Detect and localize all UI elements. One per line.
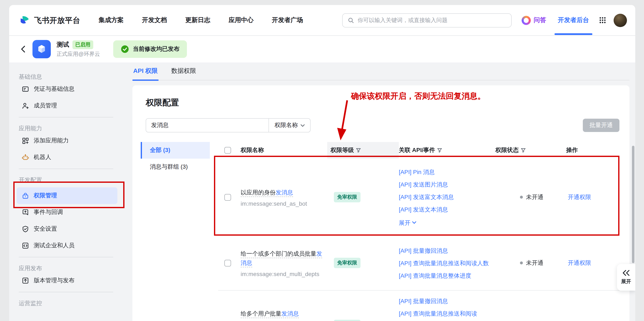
nav-item-solutions[interactable]: 集成方案 xyxy=(99,16,124,24)
page: 飞书开放平台 集成方案 开发文档 更新日志 应用中心 开发者广场 xyxy=(0,0,644,321)
publish-status-banner: 当前修改均已发布 xyxy=(113,40,187,58)
code-brackets-icon xyxy=(22,242,29,250)
col-header-name: 权限名称 xyxy=(237,142,327,159)
permission-name[interactable]: 以应用的身份发消息 xyxy=(240,188,323,197)
check-circle-icon xyxy=(121,45,129,53)
permission-name[interactable]: 给一个或多个部门的成员批量发消息 xyxy=(240,249,323,267)
annotation-text: 确保该权限开启，否则无法回复消息。 xyxy=(351,91,486,102)
api-link[interactable]: [API] 发送富文本消息 xyxy=(399,190,496,203)
id-card-icon xyxy=(22,85,29,93)
blocks-plus-icon xyxy=(22,137,29,144)
permission-search-input[interactable] xyxy=(146,119,268,132)
sidebar-item-permissions[interactable]: 权限管理 xyxy=(17,187,118,204)
expand-apis-link[interactable]: 展开 xyxy=(399,216,496,229)
app-header: 测试 已启用 正式应用@环界云 当前修改均已发布 xyxy=(9,36,635,62)
user-avatar[interactable] xyxy=(614,14,627,27)
table-row: 给多个用户批量发消息 免审权限 [API] 批量撤回消息 [API] 查询批量消… xyxy=(218,290,620,321)
status-text: 未开通 xyxy=(526,194,544,201)
permission-level-badge: 免审权限 xyxy=(334,258,360,268)
shield-check-icon xyxy=(22,225,29,233)
nav-item-docs[interactable]: 开发文档 xyxy=(142,16,167,24)
tab-api-permission[interactable]: API 权限 xyxy=(132,67,158,80)
filter-icon[interactable] xyxy=(437,148,442,153)
search-input[interactable] xyxy=(358,17,506,23)
search-type-value: 权限名称 xyxy=(274,122,298,129)
brand-name: 飞书开放平台 xyxy=(34,15,80,25)
category-list: 全部 (3) 消息与群组 (3) xyxy=(141,142,210,321)
sidebar-item-credentials[interactable]: 凭证与基础信息 xyxy=(17,81,118,98)
col-header-status: 权限状态 xyxy=(496,142,566,159)
global-search[interactable] xyxy=(342,13,512,27)
tab-data-permission[interactable]: 数据权限 xyxy=(170,67,197,80)
status-dot xyxy=(520,196,523,198)
permission-card: 权限配置 确保该权限开启，否则无法回复消息。 权限名称 xyxy=(132,85,630,321)
category-all[interactable]: 全部 (3) xyxy=(141,142,210,159)
col-header-action: 操作 xyxy=(566,142,620,159)
sidebar-item-label: 安全设置 xyxy=(34,225,57,233)
sidebar-divider xyxy=(19,292,113,292)
sidebar-item-events[interactable]: 事件与回调 xyxy=(17,204,118,221)
sidebar-item-add-capability[interactable]: 添加应用能力 xyxy=(17,132,118,149)
api-link[interactable]: [API] 批量撤回消息 xyxy=(399,244,496,257)
filter-icon[interactable] xyxy=(356,148,361,153)
sidebar-divider xyxy=(19,257,113,257)
top-navbar: 飞书开放平台 集成方案 开发文档 更新日志 应用中心 开发者广场 xyxy=(9,5,635,36)
enable-permission-link[interactable]: 开通权限 xyxy=(568,259,620,267)
permission-name[interactable]: 给多个用户批量发消息 xyxy=(240,309,323,318)
row-checkbox[interactable] xyxy=(224,194,231,200)
api-link[interactable]: [API] 查询批量消息推送和阅读 xyxy=(399,307,496,320)
api-link[interactable]: [API] 批量撤回消息 xyxy=(399,295,496,307)
brand[interactable]: 飞书开放平台 xyxy=(19,14,80,26)
publish-status-text: 当前修改均已发布 xyxy=(133,46,180,53)
sidebar-item-label: 成员管理 xyxy=(34,102,57,110)
permission-table: 权限名称 权限等级 关联 API/事件 xyxy=(218,142,620,321)
app-subtitle: 正式应用@环界云 xyxy=(56,50,100,58)
sidebar-divider xyxy=(19,168,113,169)
nav-item-developer-console[interactable]: 开发者后台 xyxy=(557,6,590,35)
enable-permission-link[interactable]: 开通权限 xyxy=(568,194,620,201)
app-meta: 测试 已启用 正式应用@环界云 xyxy=(56,40,100,58)
sidebar-item-members[interactable]: 成员管理 xyxy=(17,98,118,114)
scrollbar-thumb[interactable] xyxy=(632,146,634,263)
nav-item-changelog[interactable]: 更新日志 xyxy=(185,16,210,24)
table-row: 给一个或多个部门的成员批量发消息 im:message:send_multi_d… xyxy=(218,236,620,290)
double-chevron-left-icon xyxy=(622,270,630,276)
back-icon[interactable] xyxy=(20,46,27,53)
qa-link[interactable]: 问答 xyxy=(522,16,546,25)
sidebar-item-version-release[interactable]: 版本管理与发布 xyxy=(17,272,118,289)
api-link[interactable]: [API] 查询批量消息整体进度 xyxy=(399,269,496,282)
nav-item-app-center[interactable]: 应用中心 xyxy=(228,16,254,24)
permission-level-badge: 免审权限 xyxy=(334,320,360,321)
search-type-dropdown[interactable]: 权限名称 xyxy=(268,119,310,132)
select-all-checkbox[interactable] xyxy=(224,147,231,154)
qa-label: 问答 xyxy=(534,16,546,24)
status-text: 未开通 xyxy=(526,259,544,267)
col-header-level: 权限等级 xyxy=(327,142,399,159)
status-dot xyxy=(520,262,523,264)
search-icon xyxy=(348,17,354,24)
row-checkbox[interactable] xyxy=(224,260,231,266)
col-header-api: 关联 API/事件 xyxy=(399,142,496,159)
api-link[interactable]: [API] 发送文本消息 xyxy=(399,203,496,216)
api-link[interactable]: [API] 查询批量消息推送和阅读人数 xyxy=(399,257,496,269)
sidebar-item-security[interactable]: 安全设置 xyxy=(17,221,118,237)
sidebar-item-bot[interactable]: 机器人 xyxy=(17,149,118,166)
sidebar-item-test-org[interactable]: 测试企业和人员 xyxy=(17,237,118,254)
permission-search[interactable]: 权限名称 xyxy=(146,118,310,132)
apps-grid-icon[interactable] xyxy=(599,17,606,24)
filter-icon[interactable] xyxy=(521,148,526,153)
content-area: 基础信息 凭证与基础信息 xyxy=(9,62,635,321)
expand-panel-tab[interactable]: 展开 xyxy=(617,264,635,290)
sidebar-item-label: 测试企业和人员 xyxy=(34,242,74,250)
main-panel: API 权限 数据权限 权限配置 确保该权限开启，否则无法回复消息。 xyxy=(126,62,635,321)
sidebar-item-label: 版本管理与发布 xyxy=(34,277,74,284)
category-messages-groups[interactable]: 消息与群组 (3) xyxy=(141,159,210,175)
robot-icon xyxy=(22,154,29,161)
nav-item-dev-square[interactable]: 开发者广场 xyxy=(272,16,303,24)
api-link[interactable]: [API] Pin 消息 xyxy=(399,166,496,178)
square-plus-icon xyxy=(22,208,29,216)
bulk-enable-button[interactable]: 批量开通 xyxy=(583,119,620,132)
api-link[interactable]: [API] 发送图片消息 xyxy=(399,178,496,190)
permission-code: im:message:send_multi_depts xyxy=(240,270,323,277)
active-tab-underline xyxy=(554,33,592,35)
